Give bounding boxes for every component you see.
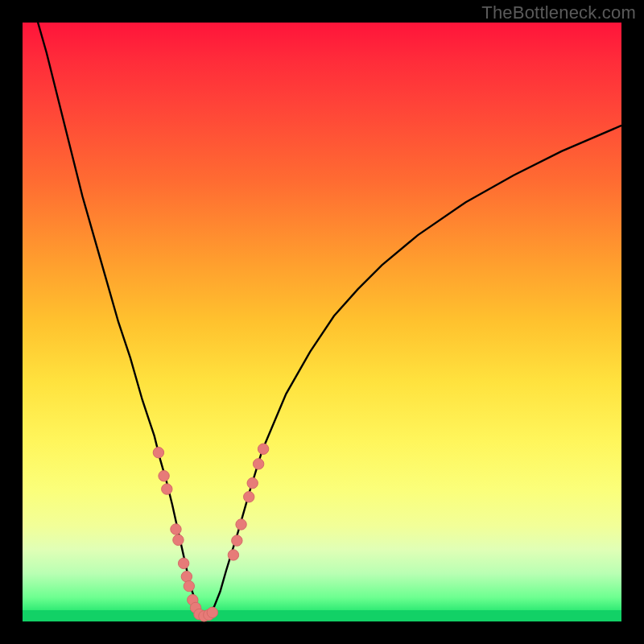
- data-marker: [228, 550, 238, 560]
- data-marker: [184, 580, 194, 591]
- data-marker: [153, 447, 163, 457]
- chart-frame: TheBottleneck.com: [0, 0, 644, 644]
- data-marker: [236, 519, 246, 530]
- data-marker: [247, 477, 258, 488]
- bottleneck-curve-path: [35, 10, 621, 615]
- data-marker: [258, 444, 268, 454]
- bottleneck-curve-svg: [23, 23, 621, 621]
- data-marker: [178, 558, 188, 568]
- data-marker: [159, 471, 169, 481]
- data-marker: [207, 607, 217, 617]
- marker-layer: [153, 444, 269, 621]
- watermark-text: TheBottleneck.com: [481, 2, 636, 23]
- data-marker: [173, 535, 184, 545]
- data-marker: [253, 459, 263, 469]
- data-marker: [162, 484, 172, 494]
- data-marker: [171, 524, 181, 535]
- data-marker: [232, 535, 242, 546]
- plot-area: [23, 23, 621, 621]
- data-marker: [244, 492, 254, 502]
- data-marker: [181, 572, 192, 582]
